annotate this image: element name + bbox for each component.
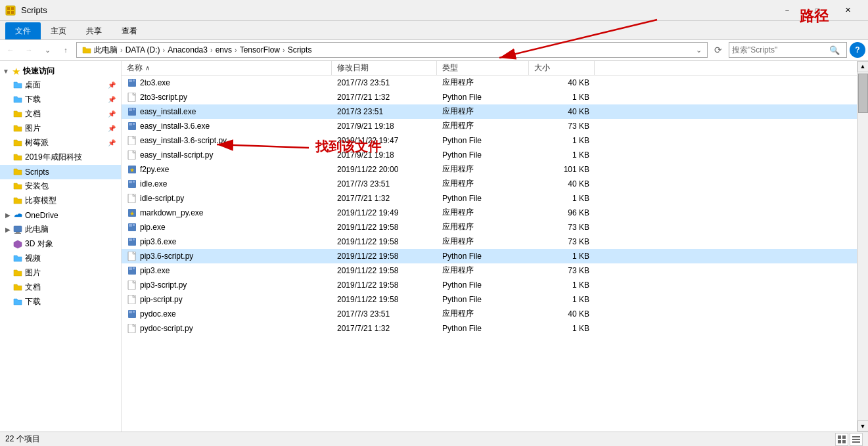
file-row[interactable]: easy_install-3.6-script.py 2019/11/22 19… [122, 133, 857, 148]
search-box[interactable]: 🔍 [729, 42, 847, 58]
address-bar[interactable]: 此电脑 › DATA (D:) › Anaconda3 › envs › Ten… [76, 42, 708, 58]
file-type: 应用程序 [437, 265, 529, 276]
sidebar-item-3d[interactable]: 3D 对象 [0, 237, 121, 252]
desktop-folder-icon [13, 81, 22, 90]
grid-view-button[interactable] [835, 433, 848, 446]
file-row[interactable]: pydoc.exe 2017/7/3 23:51 应用程序 40 KB [122, 307, 857, 321]
breadcrumb-data[interactable]: DATA (D:) [126, 45, 160, 55]
svg-rect-7 [14, 233, 21, 234]
col-sort-icon: ∧ [145, 64, 150, 72]
up-button[interactable]: ↑ [58, 42, 74, 58]
col-name[interactable]: 名称 ∧ [122, 61, 332, 75]
tab-home[interactable]: 主页 [41, 22, 76, 39]
file-row[interactable]: pip-script.py 2019/11/22 19:58 Python Fi… [122, 292, 857, 307]
breadcrumb-scripts[interactable]: Scripts [288, 45, 312, 55]
sidebar-item-this-computer[interactable]: ▶ 此电脑 [0, 223, 121, 237]
tab-view[interactable]: 查看 [112, 22, 147, 39]
close-button[interactable]: ✕ [833, 0, 863, 21]
file-row[interactable]: easy_install.exe 2017/3 23:51 应用程序 40 KB [122, 104, 857, 119]
sidebar-item-scripts[interactable]: Scripts [0, 165, 121, 179]
svg-rect-13 [129, 108, 132, 111]
file-icon: ★ [127, 164, 137, 175]
scroll-up-btn[interactable]: ▲ [857, 61, 869, 72]
svg-rect-42 [133, 311, 135, 313]
file-list-scrollbar[interactable]: ▲ ▼ [857, 61, 868, 432]
minimize-button[interactable]: − [772, 0, 802, 21]
search-input[interactable] [732, 45, 829, 55]
file-row[interactable]: 2to3-script.py 2017/7/21 1:32 Python Fil… [122, 90, 857, 104]
col-size[interactable]: 大小 [529, 61, 595, 75]
file-row[interactable]: idle.exe 2017/7/3 23:51 应用程序 40 KB [122, 177, 857, 191]
file-row[interactable]: pip3-script.py 2019/11/22 19:58 Python F… [122, 278, 857, 292]
svg-rect-37 [133, 267, 135, 269]
sidebar-item-documents[interactable]: 文档 📌 [0, 107, 121, 122]
breadcrumb-tensorflow[interactable]: TensorFlow [240, 45, 280, 55]
file-name: pip3-script.py [140, 280, 187, 290]
svg-rect-48 [852, 436, 860, 437]
file-row[interactable]: easy_install-3.6.exe 2017/9/21 19:18 应用程… [122, 119, 857, 133]
file-name-cell: easy_install-3.6-script.py [122, 135, 332, 146]
file-row[interactable]: pip3.6-script.py 2019/11/22 19:58 Python… [122, 249, 857, 263]
scroll-down-btn[interactable]: ▼ [857, 420, 869, 432]
file-row[interactable]: idle-script.py 2017/7/21 1:32 Python Fil… [122, 191, 857, 206]
search-icon: 🔍 [829, 45, 840, 55]
sidebar-item-video[interactable]: 视频 [0, 252, 121, 266]
address-bar-area: ← → ⌄ ↑ 此电脑 › DATA (D:) › Anaconda3 › en… [0, 40, 868, 61]
breadcrumb-envs[interactable]: envs [216, 45, 232, 55]
breadcrumb-anaconda[interactable]: Anaconda3 [168, 45, 208, 55]
file-row[interactable]: pip3.6.exe 2019/11/22 19:58 应用程序 73 KB [122, 234, 857, 249]
onedrive-expand: ▶ [5, 212, 11, 219]
file-row[interactable]: pydoc-script.py 2017/7/21 1:32 Python Fi… [122, 321, 857, 336]
sidebar-item-3d-label: 3D 对象 [25, 238, 116, 250]
maximize-button[interactable]: □ [802, 0, 833, 21]
tab-file[interactable]: 文件 [5, 22, 41, 39]
sidebar-item-raspberry[interactable]: 树莓派 📌 [0, 136, 121, 150]
sidebar-item-models[interactable]: 比赛模型 [0, 194, 121, 208]
sidebar-item-docs2[interactable]: 文档 [0, 280, 121, 295]
sidebar-item-pictures-label: 图片 [25, 123, 105, 134]
breadcrumb-computer[interactable]: 此电脑 [94, 45, 118, 56]
sidebar-item-pictures[interactable]: 图片 📌 [0, 122, 121, 136]
file-row[interactable]: pip3.exe 2019/11/22 19:58 应用程序 73 KB [122, 263, 857, 278]
file-icon [127, 323, 137, 334]
file-type: 应用程序 [437, 77, 529, 88]
file-name-cell: pip.exe [122, 222, 332, 233]
list-view-button[interactable] [850, 433, 863, 446]
dropdown-nav-button[interactable]: ⌄ [39, 42, 55, 58]
sidebar-item-xianyang[interactable]: 2019年咸阳科技 [0, 150, 121, 165]
file-date: 2019/11/22 19:58 [332, 280, 437, 290]
forward-button[interactable]: → [21, 42, 37, 58]
address-dropdown-arrow[interactable]: ⌄ [696, 46, 702, 55]
sidebar-item-this-computer-label: 此电脑 [25, 224, 116, 235]
sidebar-item-downloads2[interactable]: 下载 [0, 295, 121, 309]
svg-rect-41 [129, 311, 132, 313]
refresh-button[interactable]: ⟳ [710, 42, 726, 58]
back-button[interactable]: ← [3, 42, 18, 58]
sidebar-item-pictures2[interactable]: 图片 [0, 266, 121, 280]
file-icon: ★ [127, 208, 137, 218]
file-row[interactable]: easy_install-script.py 2017/9/21 19:18 P… [122, 148, 857, 162]
svg-rect-4 [11, 11, 14, 14]
col-type[interactable]: 类型 [437, 61, 529, 75]
sidebar-item-installpkg[interactable]: 安装包 [0, 179, 121, 194]
col-date[interactable]: 修改日期 [332, 61, 437, 75]
file-row[interactable]: pip.exe 2019/11/22 19:58 应用程序 73 KB [122, 220, 857, 234]
tab-share[interactable]: 共享 [76, 22, 112, 39]
file-name-cell: 2to3-script.py [122, 92, 332, 102]
sidebar-item-downloads[interactable]: 下载 📌 [0, 93, 121, 107]
quick-access-header[interactable]: ▼ ★ 快速访问 [0, 64, 121, 78]
file-row[interactable]: 2to3.exe 2017/7/3 23:51 应用程序 40 KB [122, 76, 857, 90]
quick-access-collapse[interactable]: ▼ [3, 68, 9, 75]
file-name-cell: easy_install.exe [122, 106, 332, 117]
sidebar-item-desktop[interactable]: 桌面 📌 [0, 78, 121, 93]
file-date: 2019/11/22 19:58 [332, 252, 437, 261]
file-name: easy_install-3.6-script.py [140, 136, 227, 145]
scrollbar-thumb[interactable] [858, 74, 868, 113]
file-row[interactable]: ★ markdown_py.exe 2019/11/22 19:49 应用程序 … [122, 206, 857, 220]
folder-nav-icon [82, 45, 91, 55]
sidebar-item-onedrive[interactable]: ▶ OneDrive [0, 208, 121, 223]
col-name-label: 名称 [127, 62, 143, 74]
scrollbar-track-body[interactable] [858, 72, 868, 420]
file-row[interactable]: ★ f2py.exe 2019/11/22 20:00 应用程序 101 KB [122, 162, 857, 177]
help-button[interactable]: ? [850, 42, 865, 58]
